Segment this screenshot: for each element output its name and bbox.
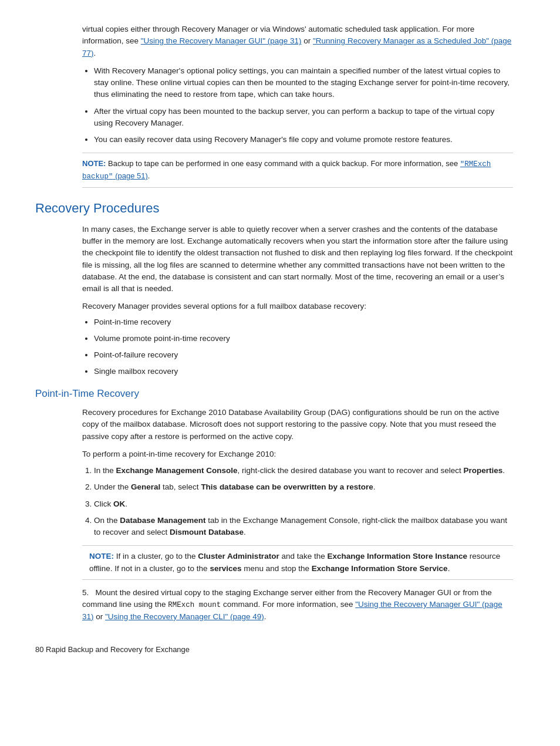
- intro-mid1: or: [302, 36, 313, 45]
- note1-end: .: [148, 171, 150, 180]
- pit-para2: To perform a point-in-time recovery for …: [82, 448, 513, 460]
- list-item: After the virtual copy has been mounted …: [94, 106, 513, 130]
- step-1: In the Exchange Management Console, righ…: [94, 465, 513, 477]
- pit-section: Recovery procedures for Exchange 2010 Da…: [82, 407, 513, 623]
- intro-end1: .: [94, 49, 96, 58]
- footer-text: 80 Rapid Backup and Recovery for Exchang…: [35, 645, 190, 654]
- list-item: Point-in-time recovery: [94, 316, 513, 328]
- pit-steps-list: In the Exchange Management Console, righ…: [94, 465, 513, 538]
- recovery-para2: Recovery Manager provides several option…: [82, 301, 513, 312]
- bullets-list-1: With Recovery Manager's optional policy …: [94, 65, 513, 146]
- list-item: Single mailbox recovery: [94, 366, 513, 377]
- recovery-para1: In many cases, the Exchange server is ab…: [82, 224, 513, 295]
- list-item: With Recovery Manager's optional policy …: [94, 65, 513, 101]
- step-4: On the Database Management tab in the Ex…: [94, 515, 513, 539]
- rmexch-mount-code: RMExch mount: [168, 601, 221, 609]
- pit-para1: Recovery procedures for Exchange 2010 Da…: [82, 407, 513, 443]
- list-item: Point-of-failure recovery: [94, 349, 513, 361]
- step-5: 5. Mount the desired virtual copy to the…: [82, 587, 513, 623]
- list-item: You can easily recover data using Recove…: [94, 134, 513, 146]
- list-item: Volume promote point-in-time recovery: [94, 333, 513, 345]
- note-box-1: NOTE: Backup to tape can be performed in…: [82, 153, 513, 188]
- note1-body: Backup to tape can be performed in one e…: [108, 159, 460, 168]
- step5-end: .: [264, 612, 266, 621]
- intro-para1: virtual copies either through Recovery M…: [82, 23, 513, 59]
- point-in-time-heading: Point-in-Time Recovery: [35, 386, 525, 401]
- step-3: Click OK.: [94, 498, 513, 510]
- note2-body: If in a cluster, go to the Cluster Admin…: [89, 552, 500, 572]
- step5-suffix: command. For more information, see: [221, 600, 355, 609]
- note-box-2: NOTE: If in a cluster, go to the Cluster…: [82, 545, 513, 580]
- step5-mid: or: [94, 612, 106, 621]
- step-2: Under the General tab, select This datab…: [94, 481, 513, 493]
- note2-text: NOTE: If in a cluster, go to the Cluster…: [89, 551, 506, 575]
- note1-text: NOTE: Backup to tape can be performed in…: [82, 158, 513, 183]
- note1-label: NOTE:: [82, 159, 106, 168]
- link-using-cli[interactable]: "Using the Recovery Manager CLI" (page 4…: [105, 612, 264, 621]
- note2-label: NOTE:: [89, 552, 114, 561]
- recovery-procedures-heading: Recovery Procedures: [35, 198, 525, 218]
- page-footer: 80 Rapid Backup and Recovery for Exchang…: [35, 640, 525, 656]
- recovery-bullets: Point-in-time recovery Volume promote po…: [94, 316, 513, 378]
- intro-section: virtual copies either through Recovery M…: [82, 23, 513, 188]
- link-using-gui[interactable]: "Using the Recovery Manager GUI" (page 3…: [141, 36, 302, 45]
- recovery-procedures-section: In many cases, the Exchange server is ab…: [82, 224, 513, 378]
